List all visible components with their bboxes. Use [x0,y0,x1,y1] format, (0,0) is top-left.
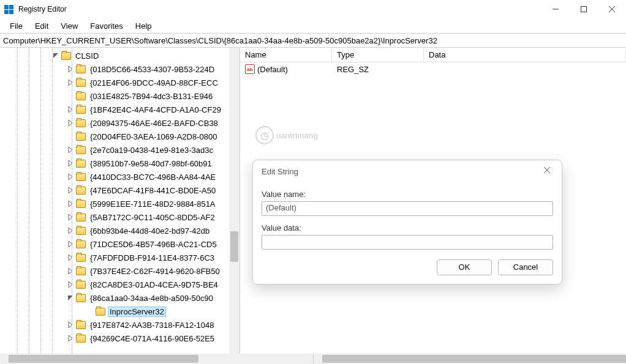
chevron-icon[interactable] [66,119,75,127]
chevron-icon[interactable] [66,226,75,235]
chevron-icon[interactable] [66,294,75,302]
value-type-cell: REG_SZ [332,64,424,75]
tree-item[interactable]: {20894375-46AE-46E2-BAFD-CB38 [0,116,239,130]
tree-item[interactable]: {1BF42E4C-4AF4-4CFD-A1A0-CF29 [0,103,239,116]
tree-item-label: {2e7c0a19-0438-41e9-81e3-3ad3c [88,145,215,155]
chevron-icon[interactable] [66,78,75,87]
chevron-icon[interactable] [66,199,75,208]
tree-item-label: {021E4F06-9DCC-49AD-88CF-ECC [88,78,220,88]
tree-horizontal-scrollbar[interactable] [0,354,314,364]
folder-icon [76,200,86,208]
tree-item-label: {86ca1aa0-34aa-4e8b-a509-50c90 [88,293,215,303]
tree-item[interactable]: {47E6DCAF-41F8-441C-BD0E-A50 [0,184,239,197]
chevron-icon[interactable] [66,186,75,195]
folder-icon [76,92,86,100]
tree-item[interactable]: {6bb93b4e-44d8-40e2-bd97-42db [0,224,239,237]
column-name[interactable]: Name [240,48,332,62]
chevron-icon[interactable] [66,253,75,262]
maximize-button[interactable] [570,0,598,18]
value-pane: Name Type Data ab (Default) REG_SZ ◷ uan… [240,48,626,354]
tree-item-inprocserver32[interactable]: InprocServer32 [0,305,239,318]
menu-favorites[interactable]: Favorites [84,20,129,32]
app-icon [4,4,13,14]
menu-view[interactable]: View [55,20,84,32]
value-row[interactable]: ab (Default) REG_SZ [240,62,626,76]
tree-item[interactable]: {7AFDFDDB-F914-11E4-8377-6C3 [0,251,239,264]
chevron-icon[interactable] [66,105,75,114]
close-button[interactable] [598,0,626,18]
tree-item-label: {71DCE5D6-4B57-496B-AC21-CD5 [88,239,219,250]
tree-item[interactable]: {018D5C66-4533-4307-9B53-224D [0,62,239,76]
tree-item[interactable]: {4410DC33-BC7C-496B-AA84-4AE [0,170,239,184]
minimize-button[interactable] [541,0,570,18]
chevron-icon[interactable] [66,146,75,154]
cancel-button[interactable]: Cancel [498,259,553,275]
menu-bar: File Edit View Favorites Help [0,18,626,33]
folder-icon [76,119,86,127]
folder-icon [76,214,86,221]
tree-item[interactable]: {021E4F06-9DCC-49AD-88CF-ECC [0,76,239,89]
folder-icon [76,267,86,275]
folder-icon [61,52,71,60]
tree-item-label: {018D5C66-4533-4307-9B53-224D [88,64,216,75]
watermark-text: uantrimang [276,131,318,140]
tree-item-clsid[interactable]: CLSID [0,49,239,62]
tree-item[interactable]: {389510b7-9e58-40d7-98bf-60b91 [0,157,239,170]
ok-button[interactable]: OK [437,259,492,275]
folder-icon [76,240,86,248]
tree-item[interactable]: {5AB7172C-9C11-405C-8DD5-AF2 [0,210,239,224]
value-data-field[interactable] [262,235,553,250]
chevron-icon[interactable] [66,267,75,275]
watermark: ◷ uantrimang [255,126,318,144]
menu-edit[interactable]: Edit [29,20,55,32]
tree-item[interactable]: {82CA8DE3-01AD-4CEA-9D75-BE4 [0,278,239,291]
tree-item[interactable]: {917E8742-AA3B-7318-FA12-1048 [0,318,239,332]
folder-icon [76,146,86,154]
value-header: Name Type Data [240,48,626,62]
tree-item-label: {20894375-46AE-46E2-BAFD-CB38 [88,118,220,128]
tree-item-label: {82CA8DE3-01AD-4CEA-9D75-BE4 [88,280,220,290]
dialog-title: Edit String [262,167,543,176]
tree-item-label: {5AB7172C-9C11-405C-8DD5-AF2 [88,212,217,223]
tree-item[interactable]: {94269C4E-071A-4116-90E6-52E5 [0,332,239,345]
window-title: Registry Editor [18,5,541,13]
menu-help[interactable]: Help [129,20,158,32]
address-text: Computer\HKEY_CURRENT_USER\Software\Clas… [3,36,623,45]
tree-item-label: {917E8742-AA3B-7318-FA12-1048 [88,320,216,330]
chevron-icon[interactable] [51,51,60,60]
folder-icon [76,254,86,262]
address-bar[interactable]: Computer\HKEY_CURRENT_USER\Software\Clas… [0,33,626,48]
dialog-close-button[interactable] [543,166,553,176]
column-data[interactable]: Data [424,48,626,62]
chevron-icon[interactable] [66,213,75,221]
value-name-cell: (Default) [257,65,288,74]
tree-item[interactable]: {7B37E4E2-C62F-4914-9620-8FB50 [0,264,239,278]
tree-item[interactable]: {71DCE5D6-4B57-496B-AC21-CD5 [0,237,239,251]
folder-icon [76,79,86,87]
tree-item[interactable]: {2e7c0a19-0438-41e9-81e3-3ad3c [0,143,239,157]
tree-item-label: {94269C4E-071A-4116-90E6-52E5 [88,333,216,344]
chevron-icon[interactable] [66,65,75,73]
menu-file[interactable]: File [4,20,29,32]
chevron-icon[interactable] [66,321,75,329]
column-type[interactable]: Type [332,48,424,62]
tree-item[interactable]: {5999E1EE-711E-48D2-9884-851A [0,197,239,210]
value-horizontal-scrollbar[interactable] [314,354,627,364]
tree-item[interactable]: {031E4825-7B94-4dc3-B131-E946 [0,89,239,103]
tree-item[interactable]: {20D04FE0-3AEA-1069-A2D8-0800 [0,130,239,143]
tree-item-label: {47E6DCAF-41F8-441C-BD0E-A50 [88,185,217,196]
tree-item-label: {20D04FE0-3AEA-1069-A2D8-0800 [88,132,219,142]
folder-icon [76,321,86,329]
chevron-icon[interactable] [66,159,75,168]
tree-item-label: {6bb93b4e-44d8-40e2-bd97-42db [88,226,211,236]
value-name-label: Value name: [262,190,553,199]
chevron-icon[interactable] [66,240,75,248]
watermark-icon: ◷ [255,126,274,144]
tree-item-label: {031E4825-7B94-4dc3-B131-E946 [88,91,214,102]
chevron-icon[interactable] [66,280,75,289]
chevron-icon[interactable] [66,173,75,181]
tree-vertical-scrollbar[interactable] [229,48,239,354]
tree-item[interactable]: {86ca1aa0-34aa-4e8b-a509-50c90 [0,291,239,305]
folder-icon [76,187,86,195]
chevron-icon[interactable] [66,334,75,343]
